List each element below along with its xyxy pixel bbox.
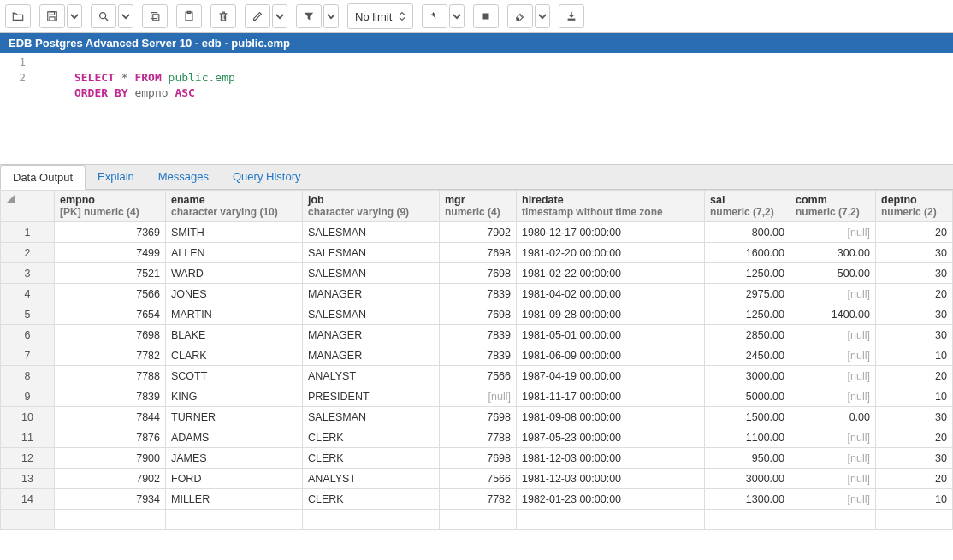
- cell-sal[interactable]: 2975.00: [705, 284, 790, 304]
- cell-deptno[interactable]: 30: [876, 407, 953, 427]
- row-number[interactable]: 10: [1, 407, 55, 427]
- cell-comm[interactable]: [null]: [790, 345, 876, 366]
- cell-mgr[interactable]: 7698: [440, 263, 517, 284]
- cell-mgr[interactable]: 7839: [440, 284, 517, 304]
- cell-deptno[interactable]: 10: [876, 345, 953, 366]
- column-header-mgr[interactable]: mgrnumeric (4): [440, 191, 517, 222]
- cell-job[interactable]: MANAGER: [303, 325, 440, 345]
- cell-mgr[interactable]: 7782: [440, 489, 517, 510]
- table-row[interactable]: 107844TURNERSALESMAN76981981-09-08 00:00…: [1, 407, 953, 427]
- cell-hiredate[interactable]: 1981-12-03 00:00:00: [517, 448, 705, 469]
- cell-sal[interactable]: 2450.00: [705, 345, 790, 366]
- cell-deptno[interactable]: 30: [876, 325, 953, 345]
- find-dropdown-button[interactable]: [118, 4, 133, 28]
- open-file-button[interactable]: [5, 4, 31, 28]
- sql-editor[interactable]: 1 SELECT * FROM public.emp 2 ORDER BY em…: [0, 53, 953, 164]
- column-header-hiredate[interactable]: hiredatetimestamp without time zone: [517, 191, 705, 222]
- cell-ename[interactable]: TURNER: [166, 407, 303, 427]
- cell-mgr[interactable]: 7839: [440, 325, 517, 345]
- cell-comm[interactable]: [null]: [790, 489, 876, 510]
- table-row[interactable]: 137902FORDANALYST75661981-12-03 00:00:00…: [1, 469, 953, 489]
- cell-mgr[interactable]: 7566: [440, 469, 517, 489]
- cell-job[interactable]: ANALYST: [303, 469, 440, 489]
- paste-button[interactable]: [176, 4, 202, 28]
- cell-deptno[interactable]: 30: [876, 448, 953, 469]
- edit-dropdown-button[interactable]: [272, 4, 287, 28]
- cell-sal[interactable]: 1600.00: [705, 243, 790, 263]
- cell-comm[interactable]: [null]: [790, 222, 876, 243]
- cell-deptno[interactable]: 30: [876, 304, 953, 325]
- row-number[interactable]: 3: [1, 263, 55, 284]
- tab-explain[interactable]: Explain: [86, 165, 146, 189]
- cell-sal[interactable]: 950.00: [705, 448, 790, 469]
- filter-button[interactable]: [296, 4, 322, 28]
- cell-ename[interactable]: ALLEN: [166, 243, 303, 263]
- cell-empno[interactable]: 7934: [55, 489, 166, 510]
- cell-sal[interactable]: 800.00: [705, 222, 790, 243]
- table-row[interactable]: 97839KINGPRESIDENT[null]1981-11-17 00:00…: [1, 386, 953, 407]
- cell-mgr[interactable]: 7698: [440, 407, 517, 427]
- cell-hiredate[interactable]: 1981-09-08 00:00:00: [517, 407, 705, 427]
- cell-ename[interactable]: MILLER: [166, 489, 303, 510]
- cell-ename[interactable]: KING: [166, 386, 303, 407]
- tab-data-output[interactable]: Data Output: [0, 165, 86, 190]
- cell-ename[interactable]: ADAMS: [166, 427, 303, 448]
- row-number[interactable]: 2: [1, 243, 55, 263]
- edit-button[interactable]: [245, 4, 270, 28]
- cell-comm[interactable]: 300.00: [790, 243, 876, 263]
- download-button[interactable]: [559, 4, 584, 28]
- column-header-deptno[interactable]: deptnonumeric (2): [876, 191, 953, 222]
- cell-sal[interactable]: 1250.00: [705, 263, 790, 284]
- row-number[interactable]: 11: [1, 427, 55, 448]
- cell-hiredate[interactable]: 1981-11-17 00:00:00: [517, 386, 705, 407]
- cell-job[interactable]: SALESMAN: [303, 304, 440, 325]
- table-row[interactable]: 87788SCOTTANALYST75661987-04-19 00:00:00…: [1, 366, 953, 386]
- cell-ename[interactable]: SCOTT: [166, 366, 303, 386]
- cell-sal[interactable]: 1300.00: [705, 489, 790, 510]
- cell-comm[interactable]: [null]: [790, 284, 876, 304]
- filter-dropdown-button[interactable]: [323, 4, 339, 28]
- row-number[interactable]: 6: [1, 325, 55, 345]
- cell-sal[interactable]: 5000.00: [705, 386, 790, 407]
- cell-hiredate[interactable]: 1982-01-23 00:00:00: [517, 489, 705, 510]
- cell-comm[interactable]: 0.00: [790, 407, 876, 427]
- cell-mgr[interactable]: 7698: [440, 448, 517, 469]
- column-header-ename[interactable]: enamecharacter varying (10): [166, 191, 303, 222]
- cell-job[interactable]: MANAGER: [303, 284, 440, 304]
- cell-mgr[interactable]: 7698: [440, 243, 517, 263]
- result-grid[interactable]: empno[PK] numeric (4)enamecharacter vary…: [0, 190, 953, 530]
- cell-sal[interactable]: 2850.00: [705, 325, 790, 345]
- cell-comm[interactable]: 500.00: [790, 263, 876, 284]
- cell-hiredate[interactable]: 1981-04-02 00:00:00: [517, 284, 705, 304]
- row-number[interactable]: 4: [1, 284, 55, 304]
- cell-hiredate[interactable]: 1980-12-17 00:00:00: [517, 222, 705, 243]
- cell-job[interactable]: SALESMAN: [303, 263, 440, 284]
- tab-messages[interactable]: Messages: [146, 165, 221, 189]
- cell-empno[interactable]: 7499: [55, 243, 166, 263]
- cell-deptno[interactable]: 20: [876, 366, 953, 386]
- cell-empno[interactable]: 7782: [55, 345, 166, 366]
- row-number[interactable]: 1: [1, 222, 55, 243]
- cell-sal[interactable]: 3000.00: [705, 469, 790, 489]
- cell-mgr[interactable]: 7566: [440, 366, 517, 386]
- cell-deptno[interactable]: 20: [876, 284, 953, 304]
- cell-job[interactable]: PRESIDENT: [303, 386, 440, 407]
- row-number[interactable]: 9: [1, 386, 55, 407]
- cell-deptno[interactable]: 10: [876, 489, 953, 510]
- row-number[interactable]: 13: [1, 469, 55, 489]
- cell-job[interactable]: CLERK: [303, 448, 440, 469]
- cell-ename[interactable]: JAMES: [166, 448, 303, 469]
- table-row[interactable]: 67698BLAKEMANAGER78391981-05-01 00:00:00…: [1, 325, 953, 345]
- cell-deptno[interactable]: 30: [876, 243, 953, 263]
- cell-hiredate[interactable]: 1981-02-22 00:00:00: [517, 263, 705, 284]
- cell-comm[interactable]: [null]: [790, 427, 876, 448]
- cell-deptno[interactable]: 10: [876, 386, 953, 407]
- cell-empno[interactable]: 7844: [55, 407, 166, 427]
- cell-job[interactable]: SALESMAN: [303, 222, 440, 243]
- cell-comm[interactable]: 1400.00: [790, 304, 876, 325]
- cell-comm[interactable]: [null]: [790, 366, 876, 386]
- cell-hiredate[interactable]: 1981-05-01 00:00:00: [517, 325, 705, 345]
- cell-hiredate[interactable]: 1981-09-28 00:00:00: [517, 304, 705, 325]
- cell-empno[interactable]: 7902: [55, 469, 166, 489]
- cell-hiredate[interactable]: 1987-04-19 00:00:00: [517, 366, 705, 386]
